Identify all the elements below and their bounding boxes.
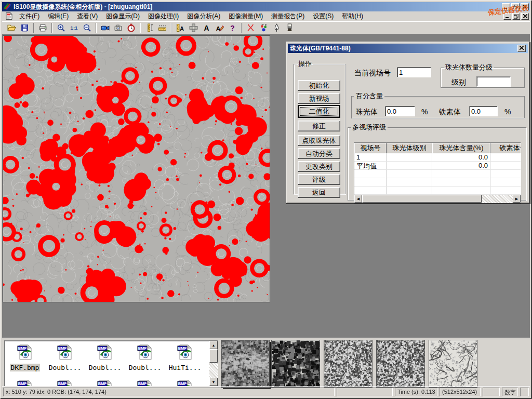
current-field-label: 当前视场号: [354, 69, 391, 78]
sample-thumbnail[interactable]: [271, 340, 320, 388]
op-button-5[interactable]: 点取珠光体: [298, 135, 340, 146]
video-camera-button[interactable]: [99, 22, 112, 34]
measure-scale-button[interactable]: A: [174, 22, 187, 34]
menu-item[interactable]: 设置(S): [309, 11, 338, 22]
child-minimize-button[interactable]: [503, 13, 511, 20]
file-item[interactable]: BMPDoubl...: [126, 344, 164, 372]
classify-button[interactable]: [257, 22, 270, 34]
restore-button[interactable]: [511, 3, 520, 10]
scroll-down-button[interactable]: ▼: [209, 378, 218, 386]
table-hscrollbar[interactable]: ◀ ▶: [354, 195, 521, 203]
table-cell: [387, 178, 432, 186]
print-button[interactable]: [36, 22, 49, 34]
bmp-file-icon: BMP: [177, 379, 193, 387]
menu-item[interactable]: 查看(V): [73, 11, 102, 22]
sample-thumbnail[interactable]: [429, 340, 477, 388]
status-coordinates: x: 510 y: 79 idx: 0 RGB: (174, 174, 174): [3, 388, 335, 396]
grid-tool-button[interactable]: [187, 22, 200, 34]
menu-item[interactable]: 测量报告(P): [267, 11, 309, 22]
text-tool-button[interactable]: A: [200, 22, 213, 34]
table-header-cell[interactable]: 珠光体级别: [387, 143, 432, 153]
minimize-button[interactable]: [502, 3, 510, 10]
rating-table[interactable]: 视场号珠光体级别珠光体含量(%)铁素体含量(%) 10.0平均值0.0 ◀ ▶: [354, 142, 521, 203]
filelist-vscrollbar[interactable]: ▲ ▼: [209, 341, 218, 386]
op-button-3[interactable]: 二值化: [298, 105, 340, 118]
table-header-cell[interactable]: 视场号: [354, 143, 387, 153]
table-header-cell[interactable]: 珠光体含量(%): [432, 143, 490, 153]
op-button-9[interactable]: 返回: [298, 187, 340, 198]
table-row[interactable]: [354, 178, 521, 187]
open-folder-button[interactable]: [5, 22, 18, 34]
file-item-partial[interactable]: BMP: [86, 379, 124, 387]
app-window: IS100显微摄像系统(金相分析版) - [zhuguangti01] 文件(F…: [0, 0, 532, 399]
scroll-up-button[interactable]: ▲: [209, 341, 218, 349]
brush-tool-button[interactable]: [283, 22, 296, 34]
timer-button[interactable]: [125, 22, 138, 34]
op-button-8[interactable]: 评级: [298, 174, 340, 185]
table-cell: [354, 187, 387, 194]
close-button[interactable]: [521, 3, 529, 10]
file-item[interactable]: BMPDoubl...: [46, 344, 84, 372]
bmp-file-icon: BMP: [97, 344, 113, 361]
file-list[interactable]: BMPDKF.bmpBMPDoubl...BMPDoubl...BMPDoubl…: [4, 340, 218, 387]
ferrite-label: 铁素体: [439, 108, 461, 117]
menu-item[interactable]: 帮助(H): [338, 11, 367, 22]
annotate-button[interactable]: A: [213, 22, 226, 34]
op-button-6[interactable]: 自动分类: [298, 148, 340, 159]
menu-item[interactable]: 文件(F): [15, 11, 44, 22]
pearlite-input[interactable]: [385, 106, 415, 116]
ferrite-input[interactable]: [469, 106, 498, 116]
ruler-button[interactable]: [156, 22, 169, 34]
table-header-cell[interactable]: 铁素体含量(%): [490, 143, 521, 153]
save-button[interactable]: [18, 22, 31, 34]
file-item-partial[interactable]: BMP: [126, 379, 164, 387]
menu-item[interactable]: 图像分析(A): [183, 11, 224, 22]
op-button-7[interactable]: 更改类别: [298, 161, 340, 172]
menu-item[interactable]: 图像测量(M): [224, 11, 267, 22]
svg-text:BMP: BMP: [138, 346, 147, 351]
file-item-partial[interactable]: BMP: [46, 379, 84, 387]
curve-tool-button[interactable]: [244, 22, 257, 34]
table-row[interactable]: 10.0: [354, 153, 521, 162]
dialog-title: 珠光体(GB/T9441-88): [290, 44, 351, 53]
menu-item[interactable]: 图像显示(D): [102, 11, 144, 22]
zoom-out-button[interactable]: [81, 22, 94, 34]
dialog-title-bar[interactable]: 珠光体(GB/T9441-88): [288, 44, 528, 53]
file-item[interactable]: BMPHuiTi...: [166, 344, 204, 372]
table-row[interactable]: [354, 170, 521, 178]
micrograph-image[interactable]: [3, 35, 270, 302]
scroll-right-button[interactable]: ▶: [513, 195, 521, 203]
scrollbar-thumb[interactable]: [362, 195, 482, 203]
actual-size-button[interactable]: 1:1: [68, 22, 81, 34]
table-row[interactable]: 平均值0.0: [354, 162, 521, 170]
op-button-1[interactable]: 初始化: [298, 80, 340, 91]
sample-thumbnail[interactable]: [376, 340, 425, 388]
caliper-button[interactable]: [143, 22, 156, 34]
file-panel: BMPDKF.bmpBMPDoubl...BMPDoubl...BMPDoubl…: [2, 338, 530, 388]
op-button-4[interactable]: 修正: [298, 121, 340, 131]
op-button-2[interactable]: 新视场: [298, 93, 340, 104]
file-item-partial[interactable]: BMP: [6, 379, 44, 387]
bmp-file-icon: BMP: [17, 344, 33, 361]
document-icon[interactable]: [5, 12, 14, 20]
menu-item[interactable]: 编辑(E): [44, 11, 73, 22]
scroll-left-button[interactable]: ◀: [354, 195, 362, 203]
help-button[interactable]: ?: [226, 22, 239, 34]
grade-input[interactable]: [476, 76, 511, 87]
file-item[interactable]: BMPDKF.bmp: [6, 344, 44, 372]
file-item-partial[interactable]: BMP: [166, 379, 204, 387]
filelist-scroll-thumb[interactable]: [209, 349, 218, 363]
sample-thumbnail[interactable]: [221, 340, 270, 388]
current-field-input[interactable]: [397, 67, 431, 77]
table-row[interactable]: [354, 187, 521, 195]
file-item[interactable]: BMPDoubl...: [86, 344, 124, 372]
pen-tool-button[interactable]: [270, 22, 283, 34]
capture-button[interactable]: [112, 22, 125, 34]
child-restore-button[interactable]: [512, 13, 520, 20]
menu-item[interactable]: 图像处理(I): [144, 11, 183, 22]
child-close-button[interactable]: [521, 13, 529, 20]
scrollbar-track[interactable]: [482, 195, 513, 203]
sample-thumbnail[interactable]: [324, 340, 373, 388]
dialog-close-button[interactable]: [517, 45, 526, 52]
zoom-in-button[interactable]: [55, 22, 68, 34]
